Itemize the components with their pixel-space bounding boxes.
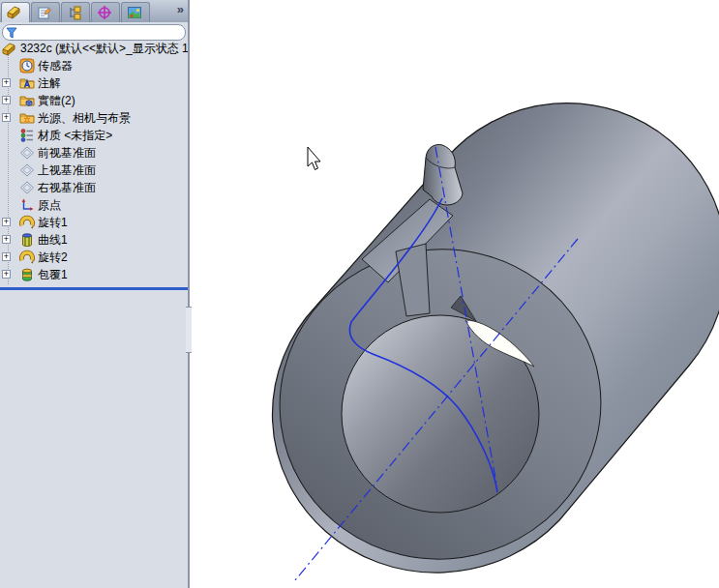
tree-item-lights-scene[interactable]: + 光源、相机与布景: [0, 109, 188, 127]
tree-item-material[interactable]: 材质 <未指定>: [0, 127, 188, 144]
wrap-icon: [19, 267, 35, 282]
tree-item-label: 右视基准面: [38, 180, 96, 196]
tree-item-label: 曲线1: [38, 232, 68, 249]
tree-item-label: 前视基准面: [38, 145, 96, 162]
manager-tab-bar: »: [0, 0, 188, 22]
tree-item-label: 包覆1: [38, 267, 68, 283]
tree-item-top-plane[interactable]: 上视基准面: [0, 162, 188, 179]
tree-item-label: 實體(2): [38, 93, 75, 109]
tree-item-revolve2[interactable]: + 旋转2: [0, 249, 188, 266]
annotations-icon: [19, 75, 35, 91]
part-name: 3232c (默认<<默认>_显示状态 1>: [20, 41, 188, 57]
tree-item-label: 上视基准面: [38, 162, 96, 179]
tree-item-label: 材质 <未指定>: [38, 128, 112, 144]
origin-icon: [19, 197, 35, 213]
expand-toggle[interactable]: +: [2, 96, 11, 104]
featuremanager-tab-icon: [7, 5, 22, 20]
model-viewport: [192, 0, 719, 588]
tree-item-revolve1[interactable]: + 旋转1: [0, 214, 188, 231]
filter-funnel-icon: [6, 27, 17, 39]
sensors-icon: [19, 58, 35, 74]
expand-toggle[interactable]: +: [2, 218, 11, 226]
mouse-cursor: [308, 147, 320, 170]
graphics-area[interactable]: [192, 0, 719, 588]
tree-item-curve1[interactable]: + 曲线1: [0, 231, 188, 249]
tree-item-label: 传感器: [38, 58, 73, 74]
configurationmanager-tab-icon: [67, 5, 82, 20]
rollback-bar[interactable]: [0, 287, 188, 290]
tree-item-origin[interactable]: 原点: [0, 196, 188, 214]
tree-item-label: 光源、相机与布景: [38, 110, 131, 127]
material-icon: [19, 128, 35, 143]
tree-item-right-plane[interactable]: 右视基准面: [0, 179, 188, 196]
tree-item-label: 原点: [38, 197, 61, 214]
expand-toggle[interactable]: +: [2, 113, 11, 122]
tree-filter-input[interactable]: [2, 24, 186, 41]
displaymanager-tab-icon: [127, 5, 142, 20]
tree-item-front-plane[interactable]: 前视基准面: [0, 144, 188, 162]
tab-displaymanager[interactable]: [121, 2, 150, 22]
tab-propertymanager[interactable]: [31, 2, 60, 22]
solidworks-window: » 3232c (默认<<默认>_显示状态 1> 传感器 + 注解: [0, 0, 719, 588]
tab-overflow-chevron[interactable]: »: [177, 2, 184, 16]
tree-item-annotations[interactable]: + 注解: [0, 74, 188, 92]
tree-root-part[interactable]: 3232c (默认<<默认>_显示状态 1>: [0, 41, 188, 57]
tree-item-label: 旋转1: [38, 215, 68, 231]
curve-icon: [19, 232, 35, 248]
dimxpertmanager-tab-icon: [97, 5, 112, 20]
filter-row: [0, 22, 188, 41]
tab-featuremanager[interactable]: [1, 2, 30, 22]
revolve-icon: [19, 215, 35, 230]
plane-icon: [19, 162, 35, 178]
propertymanager-tab-icon: [37, 5, 52, 20]
tree-item-label: 旋转2: [38, 250, 68, 266]
expand-toggle[interactable]: +: [2, 270, 11, 279]
plane-icon: [19, 145, 35, 161]
tree-item-sensors[interactable]: 传感器: [0, 57, 188, 74]
tree-item-wrap1[interactable]: + 包覆1: [0, 266, 188, 283]
expand-toggle[interactable]: +: [2, 252, 11, 261]
feature-tree: 3232c (默认<<默认>_显示状态 1> 传感器 + 注解 + 實體(2) …: [0, 41, 188, 290]
solid-bodies-folder-icon: [19, 93, 35, 108]
tree-item-solid-bodies[interactable]: + 實體(2): [0, 92, 188, 109]
tab-configurationmanager[interactable]: [61, 2, 90, 22]
part-icon: [2, 42, 17, 57]
expand-toggle[interactable]: +: [2, 235, 11, 244]
expand-toggle[interactable]: +: [2, 78, 11, 87]
revolve-icon: [19, 250, 35, 265]
lights-scene-folder-icon: [19, 110, 35, 126]
tree-item-label: 注解: [38, 75, 61, 92]
feature-manager-panel: » 3232c (默认<<默认>_显示状态 1> 传感器 + 注解: [0, 0, 190, 588]
plane-icon: [19, 180, 35, 195]
tab-dimxpertmanager[interactable]: [91, 2, 120, 22]
